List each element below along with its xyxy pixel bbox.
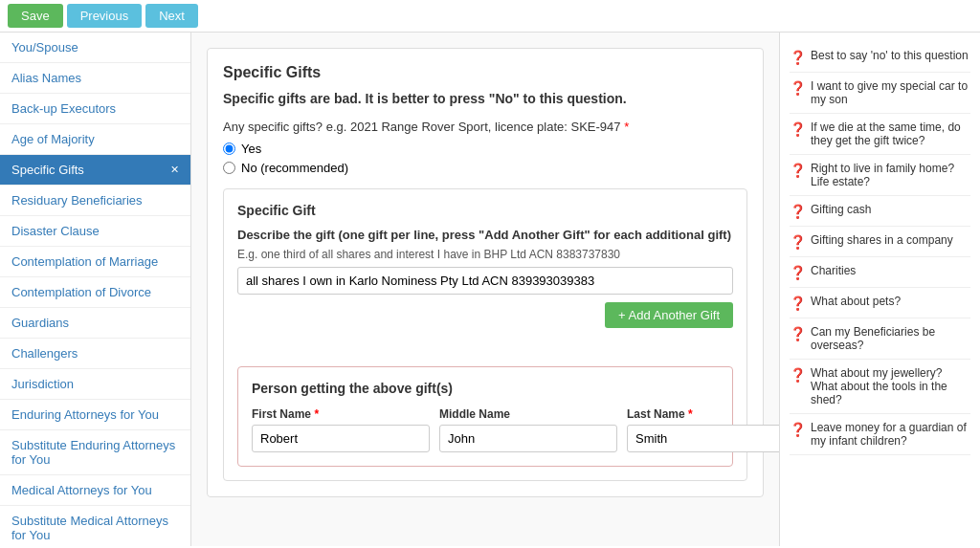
sidebar-item-enduring-attorneys[interactable]: Enduring Attorneys for You bbox=[0, 400, 190, 430]
name-fields: First Name * Middle Name Last Name * bbox=[252, 407, 719, 452]
help-icon: ❓ bbox=[790, 367, 806, 383]
help-text: Charities bbox=[811, 264, 856, 277]
sidebar: You/SpouseAlias NamesBack-up ExecutorsAg… bbox=[0, 33, 191, 546]
specific-gift-box: Specific Gift Describe the gift (one gif… bbox=[223, 188, 747, 481]
sidebar-item-backup-executors[interactable]: Back-up Executors bbox=[0, 94, 190, 124]
help-item-help-4[interactable]: ❓Right to live in family home? Life esta… bbox=[790, 155, 970, 196]
help-icon: ❓ bbox=[790, 121, 806, 137]
gift-input[interactable] bbox=[237, 267, 733, 295]
main-content: Specific Gifts Specific gifts are bad. I… bbox=[191, 33, 779, 546]
gift-describe-label: Describe the gift (one gift per line, pr… bbox=[237, 228, 733, 242]
required-star: * bbox=[624, 120, 629, 134]
radio-yes[interactable] bbox=[223, 142, 235, 155]
radio-yes-label[interactable]: Yes bbox=[223, 142, 747, 156]
help-icon: ❓ bbox=[790, 80, 806, 96]
help-icon: ❓ bbox=[790, 163, 806, 178]
help-text: Gifting shares in a company bbox=[811, 233, 953, 247]
previous-button[interactable]: Previous bbox=[67, 4, 143, 28]
help-item-help-1[interactable]: ❓Best to say 'no' to this question bbox=[790, 42, 970, 73]
right-panel: ❓Best to say 'no' to this question❓I wan… bbox=[779, 33, 980, 546]
sidebar-item-guardians[interactable]: Guardians bbox=[0, 308, 190, 339]
help-icon: ❓ bbox=[790, 422, 806, 437]
last-name-label: Last Name * bbox=[627, 407, 779, 421]
radio-yes-text: Yes bbox=[241, 142, 261, 156]
save-button[interactable]: Save bbox=[8, 4, 63, 28]
help-item-help-3[interactable]: ❓If we die at the same time, do they get… bbox=[790, 114, 970, 155]
middle-name-input[interactable] bbox=[439, 425, 617, 452]
question-label: Any specific gifts? e.g. 2021 Range Rove… bbox=[223, 120, 747, 134]
specific-gifts-card: Specific Gifts Specific gifts are bad. I… bbox=[207, 48, 764, 497]
sidebar-item-specific-gifts[interactable]: Specific Gifts✕ bbox=[0, 155, 190, 186]
help-icon: ❓ bbox=[790, 296, 806, 311]
sidebar-item-alias-names[interactable]: Alias Names bbox=[0, 63, 190, 94]
warning-text: Specific gifts are bad. It is better to … bbox=[223, 91, 747, 106]
first-name-group: First Name * bbox=[252, 407, 430, 452]
person-section-title: Person getting the above gift(s) bbox=[252, 381, 719, 396]
add-gift-button[interactable]: + Add Another Gift bbox=[605, 302, 733, 328]
help-icon: ❓ bbox=[790, 326, 806, 341]
gift-example-text: E.g. one third of all shares and interes… bbox=[237, 248, 733, 261]
help-text: I want to give my special car to my son bbox=[811, 79, 970, 106]
middle-name-label: Middle Name bbox=[439, 407, 617, 421]
radio-no[interactable] bbox=[223, 162, 235, 174]
next-button[interactable]: Next bbox=[145, 4, 198, 28]
help-text: What about my jewellery? What about the … bbox=[811, 366, 970, 406]
help-item-help-11[interactable]: ❓Leave money for a guardian of my infant… bbox=[790, 414, 970, 455]
help-text: Gifting cash bbox=[811, 203, 871, 216]
help-icon: ❓ bbox=[790, 234, 806, 250]
help-item-help-8[interactable]: ❓What about pets? bbox=[790, 288, 970, 318]
help-icon: ❓ bbox=[790, 265, 806, 280]
person-section: Person getting the above gift(s) First N… bbox=[237, 366, 733, 467]
main-layout: You/SpouseAlias NamesBack-up ExecutorsAg… bbox=[0, 33, 980, 546]
last-name-input[interactable] bbox=[627, 425, 779, 452]
help-item-help-5[interactable]: ❓Gifting cash bbox=[790, 196, 970, 227]
radio-no-text: No (recommended) bbox=[241, 161, 348, 175]
sidebar-item-age-majority[interactable]: Age of Majority bbox=[0, 124, 190, 155]
help-icon: ❓ bbox=[790, 204, 806, 219]
first-name-label: First Name * bbox=[252, 407, 430, 421]
sidebar-close-icon[interactable]: ✕ bbox=[170, 164, 179, 176]
sidebar-item-you-spouse[interactable]: You/Spouse bbox=[0, 33, 190, 63]
add-gift-row: + Add Another Gift bbox=[237, 302, 733, 328]
page-title: Specific Gifts bbox=[223, 64, 747, 81]
sidebar-item-residuary-beneficiaries[interactable]: Residuary Beneficiaries bbox=[0, 186, 190, 216]
sidebar-item-contemplation-marriage[interactable]: Contemplation of Marriage bbox=[0, 247, 190, 277]
sidebar-item-substitute-enduring[interactable]: Substitute Enduring Attorneys for You bbox=[0, 430, 190, 475]
middle-name-group: Middle Name bbox=[439, 407, 617, 452]
top-bar: Save Previous Next bbox=[0, 0, 980, 33]
first-name-input[interactable] bbox=[252, 425, 430, 452]
sidebar-item-medical-attorneys[interactable]: Medical Attorneys for You bbox=[0, 475, 190, 506]
help-text: What about pets? bbox=[811, 295, 901, 308]
help-text: Best to say 'no' to this question bbox=[811, 49, 969, 62]
help-text: Right to live in family home? Life estat… bbox=[811, 162, 970, 188]
help-item-help-2[interactable]: ❓I want to give my special car to my son bbox=[790, 73, 970, 114]
sidebar-item-challengers[interactable]: Challengers bbox=[0, 339, 190, 369]
help-icon: ❓ bbox=[790, 50, 806, 65]
sidebar-item-contemplation-divorce[interactable]: Contemplation of Divorce bbox=[0, 277, 190, 308]
help-item-help-10[interactable]: ❓What about my jewellery? What about the… bbox=[790, 360, 970, 414]
help-item-help-9[interactable]: ❓Can my Beneficiaries be overseas? bbox=[790, 318, 970, 360]
help-text: If we die at the same time, do they get … bbox=[811, 121, 970, 147]
help-item-help-7[interactable]: ❓Charities bbox=[790, 257, 970, 288]
radio-no-label[interactable]: No (recommended) bbox=[223, 161, 747, 175]
help-text: Leave money for a guardian of my infant … bbox=[811, 421, 970, 448]
help-text: Can my Beneficiaries be overseas? bbox=[811, 325, 970, 352]
gift-box-title: Specific Gift bbox=[237, 203, 733, 218]
radio-group: Yes No (recommended) bbox=[223, 142, 747, 175]
sidebar-item-substitute-medical[interactable]: Substitute Medical Attorneys for You bbox=[0, 506, 190, 546]
sidebar-item-disaster-clause[interactable]: Disaster Clause bbox=[0, 216, 190, 247]
last-name-group: Last Name * bbox=[627, 407, 779, 452]
help-item-help-6[interactable]: ❓Gifting shares in a company bbox=[790, 227, 970, 257]
sidebar-item-jurisdiction[interactable]: Jurisdiction bbox=[0, 369, 190, 400]
